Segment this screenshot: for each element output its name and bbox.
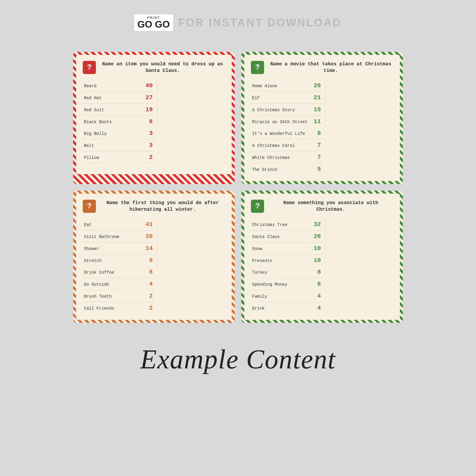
card-right-column: Drink Coffee8Go Outside4Brush Teeth2Call…: [83, 266, 154, 314]
card-card-christmas: ?Name something you associate with Chris…: [241, 191, 403, 323]
card-right-column: Turkey8Spending Money6Family4Drink4: [251, 266, 322, 314]
card-left-column: Beard40Red Hat27Red Suit19Black Boots6: [83, 80, 154, 127]
row-number: 41: [144, 221, 153, 228]
card-left-column: Christmas Tree32Santa Claus26Snow10Prese…: [251, 219, 322, 266]
card-title: Name something you associate with Christ…: [268, 200, 393, 213]
row-label: Beard: [84, 84, 142, 88]
row-number: 26: [313, 233, 321, 240]
table-row: Miracle on 34th Street11: [251, 116, 322, 127]
table-row: A Christmas Carol7: [251, 139, 322, 151]
table-row: Go Outside4: [83, 278, 154, 290]
row-label: Red Hat: [84, 96, 142, 100]
row-label: Pillow: [84, 155, 142, 160]
row-number: 5: [313, 166, 321, 173]
row-number: 14: [144, 245, 153, 252]
logo: PRINT GO GO: [134, 14, 173, 31]
row-number: 10: [313, 257, 321, 264]
row-number: 20: [144, 233, 153, 240]
table-row: Belt3: [83, 139, 154, 151]
card-header: ?Name a movie that takes place at Christ…: [251, 61, 393, 74]
row-number: 9: [144, 257, 153, 264]
row-label: Miracle on 34th Street: [252, 120, 310, 124]
table-row: Red Suit19: [83, 104, 154, 116]
row-label: Belt: [84, 143, 142, 148]
row-number: 27: [144, 94, 153, 101]
column-divider: [325, 219, 326, 266]
row-label: Call Friends: [84, 306, 142, 311]
card-header: ?Name an item you would need to dress up…: [83, 61, 225, 74]
table-row: Eat41: [83, 219, 154, 231]
row-label: Brush Teeth: [84, 294, 142, 299]
question-icon: ?: [251, 200, 264, 213]
row-number: 3: [144, 142, 153, 149]
logo-gogo-text: GO GO: [137, 19, 170, 29]
row-number: 8: [144, 269, 153, 275]
card-title: Name an item you would need to dress up …: [100, 61, 225, 74]
row-label: The Grinch: [252, 167, 310, 172]
row-number: 8: [313, 130, 321, 137]
row-label: Drink: [252, 306, 310, 311]
row-label: Santa Claus: [252, 234, 310, 239]
table-row: Call Friends2: [83, 302, 154, 314]
card-card-hibernate: ?Name the first thing you would do after…: [73, 191, 235, 323]
row-number: 26: [313, 82, 321, 89]
table-row: [83, 163, 154, 168]
table-row: Family4: [251, 290, 322, 302]
table-row: Turkey8: [251, 266, 322, 278]
table-row: Shower14: [83, 242, 154, 254]
table-row: Spending Money6: [251, 278, 322, 290]
row-number: 4: [313, 305, 321, 311]
row-label: Shower: [84, 246, 142, 251]
row-number: 6: [144, 118, 153, 125]
header-tagline: FOR INSTANT DOWNLOAD: [178, 16, 342, 29]
table-row: It's a Wonderful Life8: [251, 127, 322, 139]
row-number: 7: [313, 142, 321, 149]
row-number: 7: [313, 154, 321, 161]
row-label: Presents: [252, 258, 310, 263]
row-number: 2: [144, 154, 153, 161]
table-row: Drink4: [251, 302, 322, 314]
table-row: Presents10: [251, 254, 322, 266]
card-title: Name the first thing you would do after …: [100, 200, 225, 213]
row-number: 8: [313, 269, 321, 275]
row-label: Stretch: [84, 258, 142, 263]
table-row: Big Belly3: [83, 127, 154, 139]
row-number: 32: [313, 221, 321, 228]
row-number: 10: [313, 245, 321, 252]
question-icon: ?: [251, 61, 264, 74]
row-number: 40: [144, 82, 153, 89]
row-number: 19: [144, 106, 153, 113]
table-row: Elf21: [251, 92, 322, 104]
row-label: Drink Coffee: [84, 270, 142, 275]
card-left-column: Home Alone26Elf21A Christmas Story15Mira…: [251, 80, 322, 127]
row-label: Snow: [252, 246, 310, 251]
table-row: Brush Teeth2: [83, 290, 154, 302]
row-label: Black Boots: [84, 120, 142, 124]
card-content: Beard40Red Hat27Red Suit19Black Boots6Bi…: [83, 80, 225, 168]
card-header: ?Name the first thing you would do after…: [83, 200, 225, 213]
card-left-column: Eat41Visit Bathroom20Shower14Stretch9: [83, 219, 154, 266]
table-row: A Christmas Story15: [251, 104, 322, 116]
header: PRINT GO GO FOR INSTANT DOWNLOAD: [134, 14, 342, 31]
card-content: Christmas Tree32Santa Claus26Snow10Prese…: [251, 219, 393, 314]
column-divider: [157, 80, 157, 127]
table-row: Santa Claus26: [251, 231, 322, 242]
row-label: Visit Bathroom: [84, 234, 142, 239]
card-right-column: It's a Wonderful Life8A Christmas Carol7…: [251, 127, 322, 175]
card-title: Name a movie that takes place at Christm…: [268, 61, 393, 74]
table-row: The Grinch5: [251, 163, 322, 175]
row-label: Elf: [252, 96, 310, 100]
column-divider: [325, 80, 326, 127]
row-number: 21: [313, 94, 321, 101]
table-row: Black Boots6: [83, 116, 154, 127]
table-row: White Christmas7: [251, 151, 322, 163]
table-row: Snow10: [251, 242, 322, 254]
row-label: Turkey: [252, 270, 310, 275]
row-label: Christmas Tree: [252, 222, 310, 227]
row-number: 4: [313, 293, 321, 299]
row-label: Eat: [84, 222, 142, 227]
table-row: Pillow2: [83, 151, 154, 163]
row-number: 4: [144, 281, 153, 287]
table-row: Drink Coffee8: [83, 266, 154, 278]
row-number: 15: [313, 106, 321, 113]
